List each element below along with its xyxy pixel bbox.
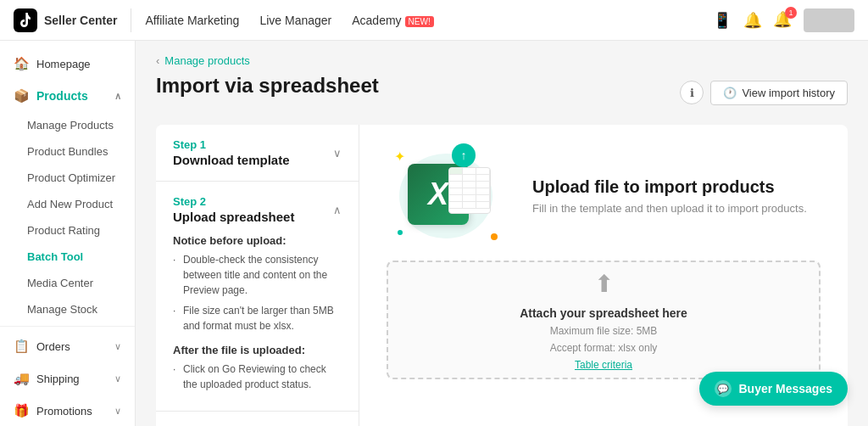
dropzone[interactable]: ⬆ Attach your spreadsheet here Maximum f… xyxy=(387,261,821,379)
step1-header[interactable]: Step 1 Download template ∨ xyxy=(173,138,342,167)
top-nav-links: Affiliate Marketing Live Manager Academy… xyxy=(145,10,712,31)
user-avatar[interactable] xyxy=(804,8,854,32)
notice-before-list: Double-check the consistency between tit… xyxy=(173,252,342,334)
sidebar-label-media-center: Media Center xyxy=(27,277,93,289)
sidebar-divider-1 xyxy=(0,326,135,327)
sidebar-item-shipping[interactable]: 🚚 Shipping ∨ xyxy=(0,362,135,395)
step1-title: Download template xyxy=(173,153,290,167)
clock-icon: 🕐 xyxy=(723,87,737,99)
orders-chevron: ∨ xyxy=(114,341,121,352)
sidebar-label-orders: Orders xyxy=(36,340,70,353)
sidebar-item-manage-stock[interactable]: Manage Stock xyxy=(0,296,135,322)
sidebar-label-product-optimizer: Product Optimizer xyxy=(27,171,115,184)
step2-chevron: ∧ xyxy=(333,204,342,216)
steps-panel: Step 1 Download template ∨ Step 2 Upload… xyxy=(156,125,359,426)
dropzone-upload-icon: ⬆ xyxy=(594,270,614,298)
breadcrumb-sep: ‹ xyxy=(156,54,159,67)
sidebar-label-batch-tool: Batch Tool xyxy=(27,250,83,263)
illus-dot-orange xyxy=(491,233,498,240)
sidebar-item-add-new-product[interactable]: Add New Product xyxy=(0,191,135,217)
notice-before-title: Notice before upload: xyxy=(173,234,342,247)
step2-header[interactable]: Step 2 Upload spreadsheet ∧ xyxy=(173,195,342,224)
nav-live[interactable]: Live Manager xyxy=(259,10,331,31)
step1-number: Step 1 xyxy=(173,138,290,151)
buyer-messages-label: Buyer Messages xyxy=(738,382,832,395)
step2-title: Upload spreadsheet xyxy=(173,210,294,224)
phone-icon[interactable]: 📱 xyxy=(712,10,732,31)
breadcrumb: ‹ Manage products xyxy=(156,54,848,67)
spreadsheet-icon xyxy=(448,167,491,214)
breadcrumb-parent[interactable]: Manage products xyxy=(164,54,249,67)
layout: 🏠 Homepage 📦 Products ∧ Manage Products … xyxy=(0,41,868,426)
upload-title: Upload file to import products xyxy=(532,177,821,197)
step2-number: Step 2 xyxy=(173,195,294,208)
promotions-chevron: ∨ xyxy=(114,406,121,417)
info-icon: ℹ xyxy=(690,87,694,99)
sidebar-label-promotions: Promotions xyxy=(36,405,92,418)
academy-new-badge: NEW! xyxy=(405,16,434,27)
products-icon: 📦 xyxy=(14,88,30,104)
notice-after-title: After the file is uploaded: xyxy=(173,344,342,356)
brand-logo[interactable]: Seller Center xyxy=(14,8,131,32)
info-button[interactable]: ℹ xyxy=(680,81,704,104)
illus-dot-teal xyxy=(398,230,403,235)
notice-after-item-1: Click on Go Reviewing to check the uploa… xyxy=(173,362,342,392)
notice-item-1: Double-check the consistency between tit… xyxy=(173,252,342,298)
orders-icon: 📋 xyxy=(14,339,30,354)
sidebar: 🏠 Homepage 📦 Products ∧ Manage Products … xyxy=(0,41,136,426)
sidebar-item-product-bundles[interactable]: Product Bundles xyxy=(0,138,135,165)
sidebar-label-products: Products xyxy=(36,89,88,103)
top-nav: Seller Center Affiliate Marketing Live M… xyxy=(0,0,868,41)
top-nav-right: 📱 🔔 🔔 1 xyxy=(712,8,854,32)
illustration: ✦ X ↑ xyxy=(391,145,501,247)
nav-affiliate[interactable]: Affiliate Marketing xyxy=(145,10,239,31)
notice-after-list: Click on Go Reviewing to check the uploa… xyxy=(173,362,342,392)
step2-item: Step 2 Upload spreadsheet ∧ Notice befor… xyxy=(156,182,359,412)
shipping-chevron: ∨ xyxy=(114,373,121,384)
view-history-button[interactable]: 🕐 View import history xyxy=(710,81,848,105)
sidebar-item-homepage[interactable]: 🏠 Homepage xyxy=(0,48,135,80)
notice-item-2: File size can't be larger than 5MB and f… xyxy=(173,303,342,334)
page-title: Import via spreadsheet xyxy=(156,74,379,98)
sidebar-item-product-optimizer[interactable]: Product Optimizer xyxy=(0,165,135,191)
tiktok-icon xyxy=(14,8,37,32)
illustration-area: ✦ X ↑ xyxy=(387,145,505,247)
upload-arrow-icon: ↑ xyxy=(452,143,476,167)
shipping-icon: 🚚 xyxy=(14,371,30,386)
sidebar-item-media-center[interactable]: Media Center xyxy=(0,270,135,296)
sidebar-item-manage-products[interactable]: Manage Products xyxy=(0,112,135,138)
step1-item: Step 1 Download template ∨ xyxy=(156,125,359,182)
sidebar-label-manage-stock: Manage Stock xyxy=(27,303,97,316)
promotions-icon: 🎁 xyxy=(14,403,30,418)
main-content: ‹ Manage products Import via spreadsheet… xyxy=(136,41,868,426)
sidebar-item-product-rating[interactable]: Product Rating xyxy=(0,217,135,244)
dropzone-max-size: Maximum file size: 5MB xyxy=(550,325,658,337)
sparkle-icon: ✦ xyxy=(394,149,405,165)
sidebar-label-product-bundles: Product Bundles xyxy=(27,145,108,158)
sidebar-item-products[interactable]: 📦 Products ∧ xyxy=(0,80,135,112)
sidebar-label-product-rating: Product Rating xyxy=(27,224,100,237)
buyer-messages-button[interactable]: 💬 Buyer Messages xyxy=(699,372,848,406)
upload-subtitle: Fill in the template and then upload it … xyxy=(532,202,821,215)
alert-badge: 1 xyxy=(785,7,797,19)
view-history-label: View import history xyxy=(742,87,835,99)
sidebar-item-batch-tool[interactable]: Batch Tool xyxy=(0,244,135,270)
bell-icon[interactable]: 🔔 xyxy=(743,10,763,31)
upload-top: ✦ X ↑ xyxy=(359,125,848,261)
dropzone-title: Attach your spreadsheet here xyxy=(520,306,687,320)
header-actions: ℹ 🕐 View import history xyxy=(680,81,848,105)
products-chevron: ∧ xyxy=(114,91,121,102)
sidebar-label-homepage: Homepage xyxy=(36,58,91,70)
upload-text-area: Upload file to import products Fill in t… xyxy=(532,177,821,215)
step2-body: Notice before upload: Double-check the c… xyxy=(173,224,342,392)
dropzone-criteria-link[interactable]: Table criteria xyxy=(575,359,632,371)
seller-center-label: Seller Center xyxy=(44,14,117,27)
alert-icon[interactable]: 🔔 1 xyxy=(773,10,793,31)
message-bubble-icon: 💬 xyxy=(715,380,732,397)
sidebar-item-orders[interactable]: 📋 Orders ∨ xyxy=(0,330,135,362)
nav-academy[interactable]: AcademyNEW! xyxy=(352,10,433,31)
sidebar-label-add-new-product: Add New Product xyxy=(27,198,113,210)
step1-chevron: ∨ xyxy=(333,147,342,160)
sidebar-item-promotions[interactable]: 🎁 Promotions ∨ xyxy=(0,395,135,426)
dropzone-format: Accept format: xlsx only xyxy=(550,342,658,354)
